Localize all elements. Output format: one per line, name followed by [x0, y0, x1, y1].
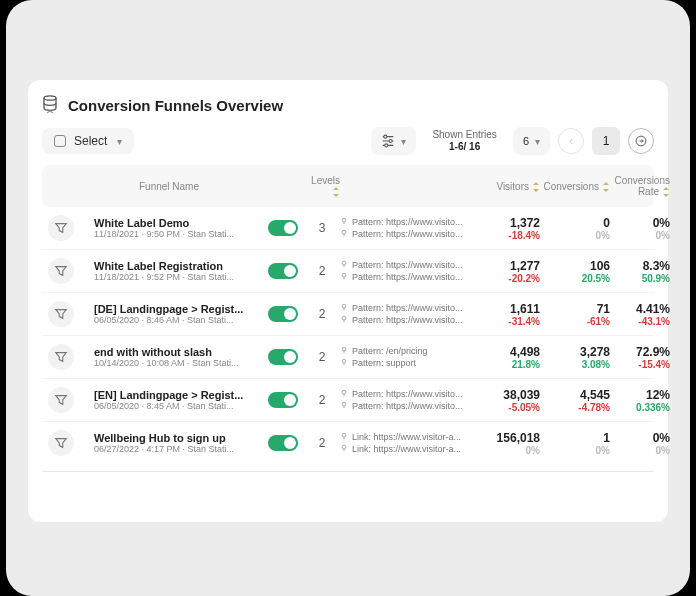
funnel-name: White Label Registration: [94, 260, 244, 272]
svg-point-1: [384, 135, 387, 138]
svg-point-8: [342, 274, 346, 278]
funnel-icon: [48, 258, 74, 284]
table-row[interactable]: [DE] Landingpage > Regist...06/05/2020 ·…: [42, 293, 654, 336]
visitors-cell: 156,0180%: [480, 431, 540, 456]
conversions-cell: 4,545-4.78%: [540, 388, 610, 413]
visitors-cell: 38,039-5.05%: [480, 388, 540, 413]
sort-icon: [599, 181, 610, 192]
filters-button[interactable]: ▾: [371, 127, 416, 155]
svg-point-7: [342, 261, 346, 265]
funnel-name: White Label Demo: [94, 217, 244, 229]
levels-value: 2: [304, 436, 340, 450]
next-page-button[interactable]: [628, 128, 654, 154]
pin-icon: [340, 302, 348, 314]
pattern-list: Pattern: https://www.visito...Pattern: h…: [340, 216, 480, 240]
table-row[interactable]: White Label Demo11/18/2021 · 9:50 PM · S…: [42, 207, 654, 250]
svg-point-2: [390, 140, 393, 143]
pin-icon: [340, 271, 348, 283]
levels-value: 2: [304, 350, 340, 364]
table-row[interactable]: White Label Registration11/18/2021 · 9:5…: [42, 250, 654, 293]
funnel-meta: 11/18/2021 · 9:52 PM · Stan Stati...: [94, 272, 244, 282]
funnel-meta: 10/14/2020 · 10:08 AM · Stan Stati...: [94, 358, 244, 368]
chevron-down-icon: ▾: [117, 136, 122, 147]
visitors-cell: 1,611-31.4%: [480, 302, 540, 327]
active-toggle[interactable]: [268, 220, 298, 236]
funnel-name: Wellbeing Hub to sign up: [94, 432, 244, 444]
svg-point-15: [342, 433, 346, 437]
rate-cell: 8.3%50.9%: [610, 259, 670, 284]
select-label: Select: [74, 134, 107, 148]
sort-icon: [529, 181, 540, 192]
table-row[interactable]: [EN] Landingpage > Regist...06/05/2020 ·…: [42, 379, 654, 422]
funnel-icon: [48, 215, 74, 241]
conversions-cell: 10%: [540, 431, 610, 456]
col-conversions[interactable]: Conversions: [540, 181, 610, 192]
pin-icon: [340, 357, 348, 369]
active-toggle[interactable]: [268, 263, 298, 279]
chevron-down-icon: ▾: [401, 136, 406, 147]
pattern-list: Pattern: https://www.visito...Pattern: h…: [340, 302, 480, 326]
database-icon: [42, 94, 58, 117]
levels-value: 2: [304, 393, 340, 407]
visitors-cell: 1,277-20.2%: [480, 259, 540, 284]
funnel-meta: 06/05/2020 · 8:45 AM · Stan Stati...: [94, 401, 244, 411]
svg-point-5: [342, 218, 346, 222]
current-page[interactable]: 1: [592, 127, 620, 155]
rate-cell: 72.9%-15.4%: [610, 345, 670, 370]
pin-icon: [340, 400, 348, 412]
table-header: Funnel Name Levels Visitors Conversions …: [42, 165, 654, 207]
chevron-left-icon: ‹: [569, 134, 573, 148]
table-row[interactable]: end with without slash10/14/2020 · 10:08…: [42, 336, 654, 379]
col-levels[interactable]: Levels: [304, 175, 340, 197]
rate-cell: 12%0.336%: [610, 388, 670, 413]
pin-icon: [340, 443, 348, 455]
checkbox-icon: [54, 135, 66, 147]
conversions-cell: 3,2783.08%: [540, 345, 610, 370]
funnel-name: [EN] Landingpage > Regist...: [94, 389, 244, 401]
page-title: Conversion Funnels Overview: [68, 97, 283, 114]
select-rows-dropdown[interactable]: Select ▾: [42, 128, 134, 154]
svg-point-13: [342, 390, 346, 394]
conversions-cell: 00%: [540, 216, 610, 241]
funnel-meta: 06/27/2022 · 4:17 PM · Stan Stati...: [94, 444, 244, 454]
sort-icon: [329, 186, 340, 197]
rate-cell: 4.41%-43.1%: [610, 302, 670, 327]
svg-point-11: [342, 347, 346, 351]
active-toggle[interactable]: [268, 435, 298, 451]
funnels-card: Conversion Funnels Overview Select ▾ ▾ S…: [28, 80, 668, 522]
visitors-cell: 1,372-18.4%: [480, 216, 540, 241]
pin-icon: [340, 259, 348, 271]
pin-icon: [340, 314, 348, 326]
table-row[interactable]: Wellbeing Hub to sign up06/27/2022 · 4:1…: [42, 422, 654, 464]
funnel-icon: [48, 301, 74, 327]
sort-icon: [659, 186, 670, 197]
page-size-dropdown[interactable]: 6 ▾: [513, 127, 550, 155]
conversions-cell: 10620.5%: [540, 259, 610, 284]
svg-point-12: [342, 360, 346, 364]
prev-page-button[interactable]: ‹: [558, 128, 584, 154]
pin-icon: [340, 216, 348, 228]
conversions-cell: 71-61%: [540, 302, 610, 327]
active-toggle[interactable]: [268, 349, 298, 365]
funnel-meta: 11/18/2021 · 9:50 PM · Stan Stati...: [94, 229, 244, 239]
arrow-right-icon: [635, 135, 647, 147]
levels-value: 3: [304, 221, 340, 235]
svg-point-3: [385, 144, 388, 147]
active-toggle[interactable]: [268, 392, 298, 408]
svg-point-6: [342, 231, 346, 235]
active-toggle[interactable]: [268, 306, 298, 322]
funnel-icon: [48, 430, 74, 456]
pin-icon: [340, 228, 348, 240]
svg-point-16: [342, 446, 346, 450]
pin-icon: [340, 345, 348, 357]
chevron-down-icon: ▾: [535, 136, 540, 147]
pin-icon: [340, 388, 348, 400]
svg-point-10: [342, 317, 346, 321]
visitors-cell: 4,49821.8%: [480, 345, 540, 370]
col-visitors[interactable]: Visitors: [480, 181, 540, 192]
col-rate[interactable]: Conversions Rate: [610, 175, 670, 197]
pin-icon: [340, 431, 348, 443]
funnel-name: end with without slash: [94, 346, 244, 358]
col-funnel-name[interactable]: Funnel Name: [94, 181, 244, 192]
rate-cell: 0%0%: [610, 216, 670, 241]
